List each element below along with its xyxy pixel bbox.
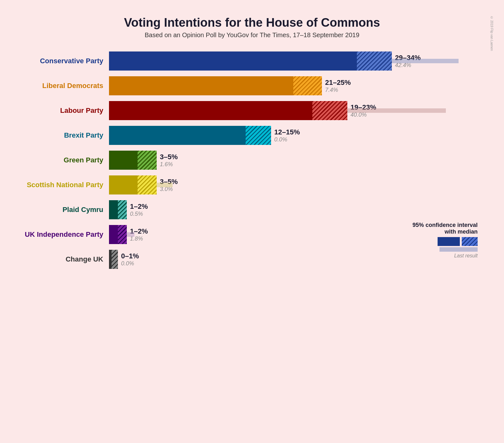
bar-wrapper xyxy=(109,250,118,269)
bar-and-label: 3–5%3.0% xyxy=(109,175,484,194)
bar-wrapper xyxy=(109,225,127,244)
bar-hatched xyxy=(138,175,157,194)
bar-solid xyxy=(109,151,138,170)
party-label: Green Party xyxy=(20,156,109,164)
bar-section: 19–23%40.0% xyxy=(109,101,484,120)
bar-solid xyxy=(109,51,357,71)
party-label: Conservative Party xyxy=(20,57,109,65)
bar-hatched xyxy=(312,101,347,120)
bar-and-label: 3–5%1.6% xyxy=(109,151,484,170)
bar-solid xyxy=(109,250,112,269)
bar-hatched xyxy=(112,250,118,269)
legend-title: 95% confidence intervalwith median xyxy=(412,222,478,235)
bar-label-group: 3–5%1.6% xyxy=(160,153,178,168)
bar-wrapper xyxy=(109,51,392,71)
legend-last-result-bar xyxy=(439,247,478,252)
bar-row: Brexit Party12–15%0.0% xyxy=(20,126,484,145)
median-label: 0.0% xyxy=(274,136,300,143)
party-label: Plaid Cymru xyxy=(20,206,109,214)
range-label: 0–1% xyxy=(121,252,139,260)
party-label: Liberal Democrats xyxy=(20,82,109,90)
legend-solid-bar xyxy=(438,237,460,246)
bar-solid xyxy=(109,101,312,120)
median-label: 1.6% xyxy=(160,161,178,168)
bar-and-label: 29–34%42.4% xyxy=(109,51,484,71)
bar-wrapper xyxy=(109,101,347,120)
bar-section: 21–25%7.4% xyxy=(109,76,484,95)
bar-section: 12–15%0.0% xyxy=(109,126,484,145)
bar-section: 3–5%1.6% xyxy=(109,151,484,170)
chart-subtitle: Based on an Opinion Poll by YouGov for T… xyxy=(20,31,484,39)
bar-row: Conservative Party29–34%42.4% xyxy=(20,51,484,71)
bar-wrapper xyxy=(109,175,157,194)
party-label: UK Independence Party xyxy=(20,230,109,239)
bar-hatched xyxy=(357,51,392,71)
party-label: Scottish National Party xyxy=(20,181,109,189)
bar-label-group: 12–15%0.0% xyxy=(274,128,300,143)
range-label: 12–15% xyxy=(274,128,300,136)
bar-row: Scottish National Party3–5%3.0% xyxy=(20,175,484,194)
bar-wrapper xyxy=(109,200,127,219)
range-label: 21–25% xyxy=(325,78,351,87)
chart-container: © 2019 Flip van Laenen Voting Intentions… xyxy=(7,6,497,284)
bar-hatched xyxy=(118,225,127,244)
bar-hatched xyxy=(118,200,127,219)
bar-solid xyxy=(109,225,118,244)
party-label: Labour Party xyxy=(20,106,109,115)
bar-wrapper xyxy=(109,126,271,145)
bar-wrapper xyxy=(109,151,157,170)
median-label: 7.4% xyxy=(325,87,351,93)
bar-section: 3–5%3.0% xyxy=(109,175,484,194)
bar-row: Green Party3–5%1.6% xyxy=(20,151,484,170)
legend-area: 95% confidence intervalwith median Last … xyxy=(412,222,478,259)
legend-row xyxy=(412,237,478,246)
median-label: 0.5% xyxy=(130,211,148,217)
bar-solid xyxy=(109,200,118,219)
bar-hatched xyxy=(246,126,271,145)
bar-solid xyxy=(109,175,138,194)
bar-wrapper xyxy=(109,76,322,95)
bar-row: Plaid Cymru1–2%0.5% xyxy=(20,200,484,219)
party-label: Change UK xyxy=(20,255,109,263)
median-label: 0.0% xyxy=(121,260,139,267)
party-label: Brexit Party xyxy=(20,131,109,140)
bar-and-label: 19–23%40.0% xyxy=(109,101,484,120)
bar-section: 1–2%0.5% xyxy=(109,200,484,219)
bar-and-label: 21–25%7.4% xyxy=(109,76,484,95)
bar-and-label: 1–2%0.5% xyxy=(109,200,484,219)
bar-row: Labour Party19–23%40.0% xyxy=(20,101,484,120)
legend-last-result-row xyxy=(412,247,478,252)
range-label: 3–5% xyxy=(160,153,178,161)
range-label: 1–2% xyxy=(130,202,148,211)
bar-hatched xyxy=(293,76,322,95)
bar-label-group: 21–25%7.4% xyxy=(325,78,351,93)
bar-solid xyxy=(109,76,293,95)
bar-and-label: 12–15%0.0% xyxy=(109,126,484,145)
bar-section: 29–34%42.4% xyxy=(109,51,484,71)
bar-solid xyxy=(109,126,246,145)
chart-title: Voting Intentions for the House of Commo… xyxy=(20,16,484,30)
bar-row: Liberal Democrats21–25%7.4% xyxy=(20,76,484,95)
legend-last-result-label: Last result xyxy=(412,253,478,259)
bar-label-group: 0–1%0.0% xyxy=(121,252,139,267)
bar-label-group: 1–2%0.5% xyxy=(130,202,148,217)
copyright-text: © 2019 Flip van Laenen xyxy=(490,16,494,51)
bar-hatched xyxy=(138,151,157,170)
legend-hatch-bar xyxy=(462,237,478,246)
